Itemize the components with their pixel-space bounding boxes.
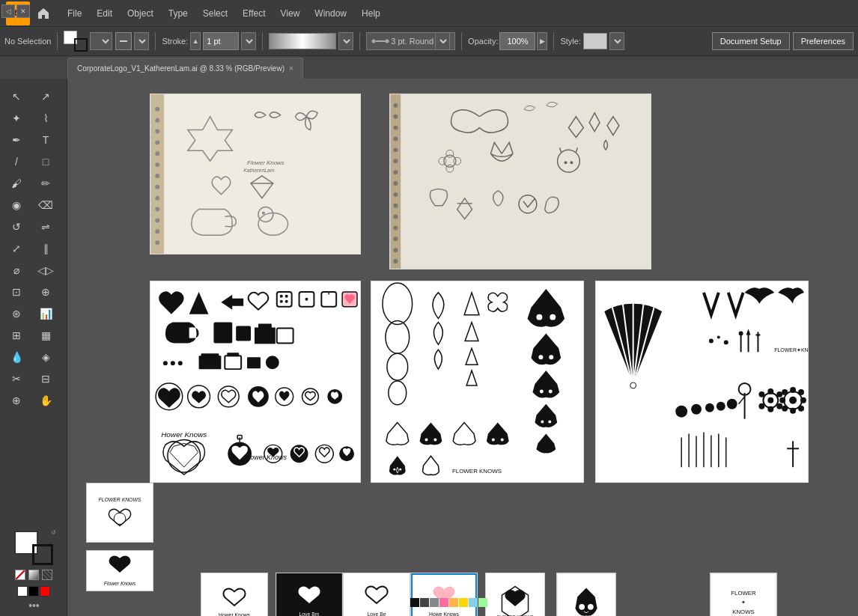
svg-rect-175 xyxy=(201,573,267,616)
menu-type[interactable]: Type xyxy=(161,0,195,26)
canvas-area[interactable]: Flower Knows KatherenLam xyxy=(67,79,858,616)
svg-point-106 xyxy=(541,421,544,424)
blend-tool[interactable]: ◈ xyxy=(34,347,58,368)
svg-text:Love Bm: Love Bm xyxy=(299,612,320,616)
eraser-tool[interactable]: ⌫ xyxy=(34,195,58,216)
menu-select[interactable]: Select xyxy=(195,0,235,26)
svg-point-113 xyxy=(399,469,401,471)
eyedropper-tool[interactable]: 💧 xyxy=(4,347,28,368)
direct-selection-tool[interactable]: ↗ xyxy=(34,86,58,107)
blob-brush-tool[interactable]: ◉ xyxy=(4,195,28,216)
swatch-pink[interactable] xyxy=(439,598,448,607)
rotate-tool[interactable]: ↺ xyxy=(4,216,28,237)
swatch-blue[interactable] xyxy=(469,598,478,607)
opacity-group: Opacity: ▶ xyxy=(468,32,547,50)
more-tools-btn[interactable]: • • • xyxy=(28,600,37,612)
scissors-tool[interactable]: ✂ xyxy=(4,368,28,389)
stroke-preset-select[interactable] xyxy=(338,32,353,50)
opacity-input[interactable] xyxy=(499,32,535,50)
width-tool[interactable]: ◁▷ xyxy=(34,260,58,281)
paintbrush-tool[interactable]: 🖌 xyxy=(4,173,28,194)
pen-tool[interactable]: ✒ xyxy=(4,129,28,150)
style-color-box[interactable] xyxy=(583,33,607,49)
menu-file[interactable]: File xyxy=(60,0,89,26)
stroke-box xyxy=(74,38,88,52)
gradient-btn[interactable] xyxy=(28,570,39,580)
selection-tool[interactable]: ↖ xyxy=(4,86,28,107)
column-graph-tool[interactable]: 📊 xyxy=(34,303,58,324)
svg-point-1 xyxy=(372,40,376,43)
scale-tool[interactable]: ⤢ xyxy=(4,238,28,259)
shape-builder-tool[interactable]: ⊕ xyxy=(34,281,58,302)
swatch-gray[interactable] xyxy=(430,598,439,607)
reflect-tool[interactable]: ⇌ xyxy=(34,216,58,237)
gradient-tool[interactable]: ▦ xyxy=(34,325,58,346)
mesh-tool[interactable]: ⊞ xyxy=(4,325,28,346)
reset-colors-btn[interactable]: ↺ xyxy=(51,529,56,536)
color-mode-row xyxy=(15,570,52,580)
warp-tool[interactable]: ⌀ xyxy=(4,260,28,281)
type-tool[interactable]: T xyxy=(34,129,58,150)
home-icon[interactable] xyxy=(33,3,54,24)
swatch-yellow[interactable] xyxy=(459,598,468,607)
menu-window[interactable]: Window xyxy=(307,0,354,26)
opacity-more-btn[interactable]: ▶ xyxy=(537,32,547,50)
zoom-tool[interactable]: ⊕ xyxy=(4,390,28,411)
hand-tool[interactable]: ✋ xyxy=(34,390,58,411)
fill-select[interactable] xyxy=(90,32,112,50)
swatch-green[interactable] xyxy=(478,598,487,607)
preferences-button[interactable]: Preferences xyxy=(793,32,854,50)
document-setup-button[interactable]: Document Setup xyxy=(712,32,790,50)
svg-point-145 xyxy=(767,388,773,394)
document-tab[interactable]: CorporateLogo_V1_KatherenLam.ai @ 8.33 %… xyxy=(67,58,303,79)
stroke-width-input[interactable] xyxy=(203,32,239,50)
svg-point-33 xyxy=(393,159,398,163)
stroke-type-select[interactable] xyxy=(435,32,450,50)
menu-edit[interactable]: Edit xyxy=(89,0,120,26)
lasso-tool[interactable]: ⌇ xyxy=(34,108,58,129)
fill-stroke-indicator[interactable] xyxy=(64,31,88,52)
small-panel-3: Love Be xyxy=(343,573,410,616)
swatch-dark[interactable] xyxy=(420,598,429,607)
svg-point-56 xyxy=(280,295,283,298)
menu-effect[interactable]: Effect xyxy=(235,0,273,26)
tab-close-btn[interactable]: × xyxy=(289,64,293,73)
swatch-red[interactable] xyxy=(40,586,50,597)
artboard-scroll[interactable]: Flower Knows KatherenLam xyxy=(75,86,858,616)
style-group: Style: xyxy=(560,32,624,50)
magic-wand-tool[interactable]: ✦ xyxy=(4,108,28,129)
free-transform-tool[interactable]: ⊡ xyxy=(4,281,28,302)
none-color-btn[interactable] xyxy=(15,570,25,580)
stroke-unit-select[interactable] xyxy=(241,32,256,50)
stroke-style-box[interactable]: 3 pt. Round xyxy=(366,32,455,50)
svg-rect-65 xyxy=(236,326,251,341)
stroke-up-btn[interactable]: ▲ xyxy=(190,32,201,50)
artboard-tool[interactable]: ⊟ xyxy=(34,368,58,389)
stroke-style-indicator xyxy=(115,32,132,50)
pattern-btn[interactable] xyxy=(42,570,52,580)
stroke-color-square[interactable] xyxy=(32,544,53,565)
menu-view[interactable]: View xyxy=(273,0,308,26)
symbol-sprayer-tool[interactable]: ⊛ xyxy=(4,303,28,324)
swatch-black[interactable] xyxy=(28,586,39,597)
swatch-orange[interactable] xyxy=(449,598,458,607)
svg-point-159 xyxy=(779,397,785,403)
line-tool[interactable]: / xyxy=(4,151,28,172)
panel-toggle-btn[interactable]: ◁ xyxy=(1,4,15,18)
swatch-black[interactable] xyxy=(410,598,419,607)
toolbar-sep-6 xyxy=(553,32,554,50)
shear-tool[interactable]: ∥ xyxy=(34,238,58,259)
style-select[interactable] xyxy=(609,32,624,50)
panel-close-btn[interactable]: ✕ xyxy=(16,4,30,18)
stroke-style-select[interactable] xyxy=(134,32,149,50)
svg-point-39 xyxy=(393,225,398,230)
menu-help[interactable]: Help xyxy=(354,0,388,26)
swatch-white[interactable] xyxy=(17,586,28,597)
menu-object[interactable]: Object xyxy=(120,0,161,26)
svg-point-30 xyxy=(393,126,398,130)
svg-point-42 xyxy=(393,259,398,263)
svg-point-37 xyxy=(393,204,398,208)
svg-rect-64 xyxy=(213,323,232,344)
rectangle-tool[interactable]: □ xyxy=(34,151,58,172)
pencil-tool[interactable]: ✏ xyxy=(34,173,58,194)
